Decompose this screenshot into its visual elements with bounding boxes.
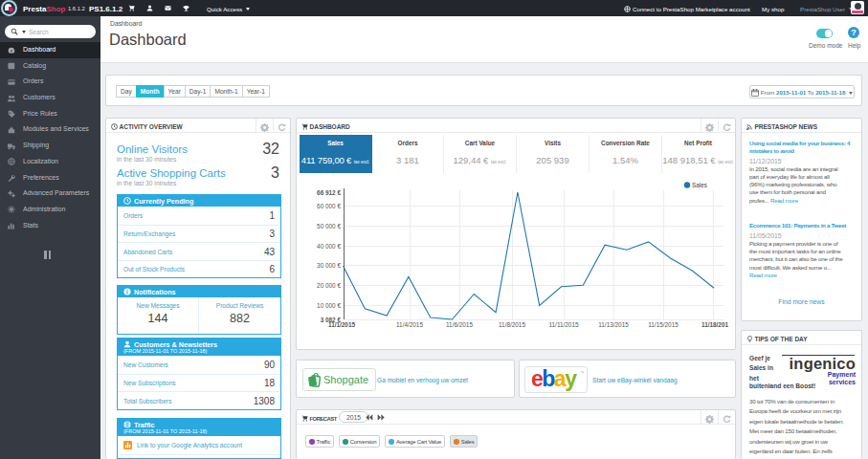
svg-text:11/8/2015: 11/8/2015	[499, 321, 525, 328]
svg-text:60 000 €: 60 000 €	[317, 203, 341, 209]
svg-text:30 000 €: 30 000 €	[317, 262, 341, 269]
svg-text:10 000 €: 10 000 €	[317, 302, 341, 309]
svg-text:66 912 €: 66 912 €	[317, 189, 341, 196]
svg-text:11/18/201: 11/18/201	[701, 321, 729, 328]
svg-text:11/4/2015: 11/4/2015	[396, 321, 423, 328]
svg-text:11/1/2015: 11/1/2015	[328, 321, 356, 328]
svg-text:11/13/2015: 11/13/2015	[598, 321, 629, 328]
svg-text:11/15/2015: 11/15/2015	[648, 321, 679, 328]
svg-text:20 000 €: 20 000 €	[317, 282, 341, 289]
svg-text:Sales: Sales	[692, 182, 707, 188]
svg-text:40 000 €: 40 000 €	[317, 243, 341, 250]
svg-text:11/11/2015: 11/11/2015	[548, 321, 578, 328]
svg-text:11/6/2015: 11/6/2015	[446, 321, 473, 328]
svg-text:50 000 €: 50 000 €	[317, 223, 341, 230]
